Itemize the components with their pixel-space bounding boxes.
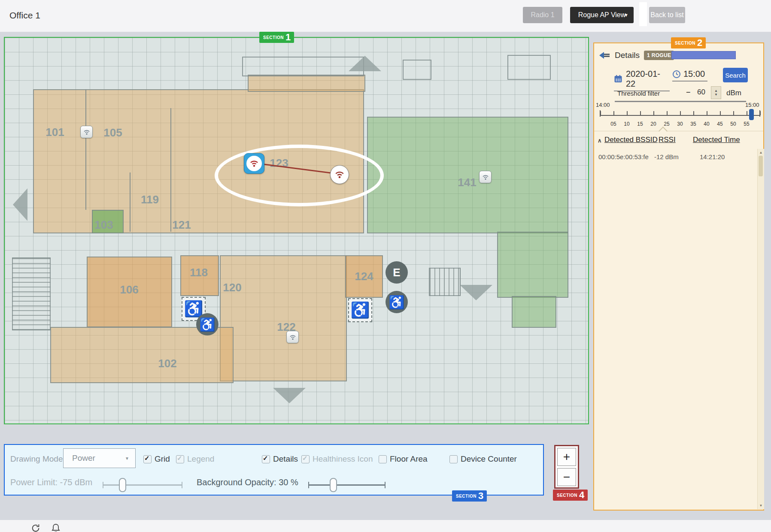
bell-icon[interactable] [52,523,60,532]
timeline-track[interactable] [600,115,760,116]
wall-segment [130,172,131,232]
arrow-down-icon [273,388,306,403]
checkbox-device-counter[interactable]: Device Counter [449,454,517,464]
rogue-highlight-ellipse [215,145,384,206]
section-1-badge: SECTION1 [259,32,294,43]
tick-label: 10 [622,121,632,127]
room-label-105: 105 [103,126,122,139]
scroll-up-icon[interactable]: ▲ [758,151,764,154]
section-4-badge: SECTION4 [553,490,588,501]
sort-ascending-icon[interactable]: ∧ [598,137,602,144]
scrollbar-thumb[interactable] [759,156,763,176]
room-label-101: 101 [46,126,64,139]
timeline-end-cap [759,110,760,117]
wifi-icon [334,169,345,180]
calendar-icon [614,75,622,83]
timeline-handle[interactable] [749,109,754,120]
wall-segment [85,89,86,210]
cell-bssid: 00:00:5e:00:53:fe [598,153,649,160]
room-141-area [367,117,568,233]
threshold-sign: − [686,88,691,97]
page-title: Office 1 [9,10,40,21]
room-label-141: 141 [458,176,476,189]
rogue-access-point-icon[interactable] [330,165,349,184]
back-arrow-icon[interactable] [599,51,610,60]
room-label-106: 106 [120,283,138,296]
access-point-icon[interactable] [479,171,492,183]
background-opacity-label: Background Opacity: 30 % [197,478,298,487]
wifi-icon [289,333,297,341]
threshold-spinner[interactable]: ▲▼ [711,86,721,99]
cell-rssi: -12 dBm [654,153,679,160]
zoom-out-button[interactable]: − [557,468,576,486]
structure-outline [403,60,431,80]
background-opacity-slider[interactable] [308,484,386,486]
room-label-118: 118 [190,266,208,279]
checkbox-box [301,455,310,463]
threshold-filter-row: Threshold filter − 60 ▲▼ dBm [615,86,746,102]
power-limit-slider-handle[interactable] [119,478,126,492]
drawing-mode-value: Power [72,453,95,463]
tick-label: 55 [741,121,752,127]
column-header-bssid[interactable]: Detected BSSID [604,136,658,144]
threshold-value-input[interactable]: 60 [697,88,705,97]
tick-label: 25 [662,121,672,127]
refresh-icon[interactable] [31,523,40,532]
tick-label: 20 [648,121,659,127]
time-value: 15:00 [683,69,705,79]
floor-plan-map[interactable]: ♿ ♿ ♿ ♿ E 101 105 123 119 103 121 141 11… [4,37,589,424]
rogue-count-badge: 1 ROGUE [644,51,674,60]
room-label-119: 119 [141,193,159,206]
room-label-124: 124 [355,270,373,283]
column-header-detected-time[interactable]: Detected Time [693,136,740,144]
rogue-details-panel: Details 1 ROGUE 2020-01-22 15:00 Search … [593,42,764,511]
drawing-mode-select[interactable]: Power ▼ [63,448,136,468]
room-120-122-area [220,255,347,381]
chevron-down-icon: ▼ [624,12,628,18]
column-header-rssi[interactable]: RSSI [659,136,676,144]
checkbox-floor-area[interactable]: Floor Area [379,454,428,464]
checkbox-legend[interactable]: Legend [176,454,214,464]
view-mode-label: Rogue AP View [578,11,626,19]
room-141-area-notch [512,296,556,328]
tick-label: 35 [688,121,698,127]
top-bar: Office 1 Radio 1 Rogue AP View ▼ Back to… [0,0,771,32]
zoom-controls: + − [554,445,579,489]
arrow-left-icon [13,188,27,221]
wheelchair-icon: ♿ [196,313,219,336]
timeline-end-cap [600,110,601,117]
table-separator [594,131,763,131]
checkbox-healthiness-icon[interactable]: Healthiness Icon [301,454,373,464]
zoom-in-button[interactable]: + [557,448,576,466]
checkbox-box [449,455,458,463]
timeline-start-label: 14:00 [596,102,610,108]
view-mode-dropdown[interactable]: Rogue AP View ▼ [570,7,634,23]
scroll-down-icon[interactable]: ▼ [758,504,764,508]
wifi-icon [246,156,262,171]
table-separator-notch [659,127,668,136]
hallway-outline [242,57,364,76]
checkbox-details[interactable]: Details [262,454,298,464]
search-button[interactable]: Search [723,68,748,82]
tick-label: 05 [608,121,619,127]
detecting-access-point-icon[interactable] [244,153,264,174]
radio-1-button[interactable]: Radio 1 [523,7,562,23]
chevron-down-icon: ▼ [125,456,129,461]
back-to-list-button[interactable]: Back to list [649,7,685,23]
selection-bar[interactable] [671,51,736,59]
room-141-area-lower [497,232,568,298]
time-field[interactable]: 15:00 [672,69,707,82]
room-label-103: 103 [94,218,113,232]
power-limit-slider[interactable] [103,484,182,486]
tick-label: 50 [728,121,738,127]
clock-icon [672,70,681,79]
access-point-icon[interactable] [80,126,93,138]
scrollbar[interactable]: ▲ ▼ [757,149,764,509]
checkbox-grid[interactable]: Grid [143,454,170,464]
tick-label: 15 [635,121,645,127]
details-title: Details [615,51,640,60]
room-label-120: 120 [223,281,241,294]
background-opacity-slider-handle[interactable] [330,478,337,492]
access-point-icon[interactable] [286,331,299,343]
divider [639,2,647,26]
